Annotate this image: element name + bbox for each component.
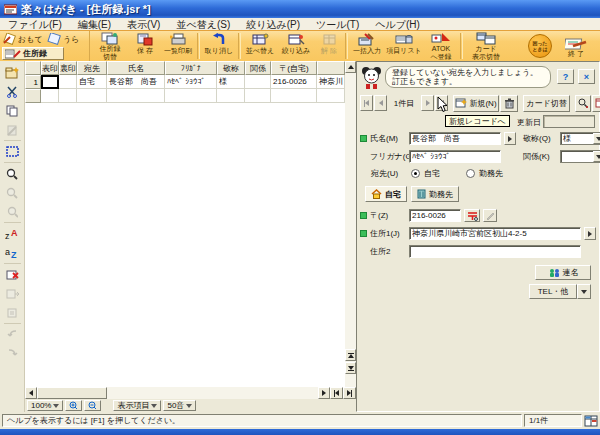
scroll-first-button[interactable] bbox=[330, 387, 343, 399]
name-list-button[interactable] bbox=[504, 132, 516, 145]
tel-etc-button[interactable]: TEL・他 bbox=[529, 284, 577, 299]
menu-edit[interactable]: 編集(E) bbox=[70, 18, 119, 31]
select-range-button[interactable] bbox=[2, 142, 23, 161]
scroll-page-up-button[interactable] bbox=[345, 349, 356, 361]
col-header-addressee[interactable]: 宛先 bbox=[77, 61, 107, 75]
toolbar-button-switch-book[interactable]: 住所録 切替 bbox=[90, 31, 130, 61]
title-bar[interactable]: 楽々はがき - [住所録.jsr *] bbox=[0, 0, 600, 18]
toolbar-button-card-view-switch[interactable]: カード 表示切替 bbox=[464, 31, 508, 61]
empty-row[interactable] bbox=[25, 89, 345, 103]
addr1-input[interactable] bbox=[409, 227, 581, 240]
scroll-left-button[interactable] bbox=[25, 387, 37, 399]
show-items-button[interactable]: 表示項目 bbox=[113, 400, 161, 411]
zoom-out-button[interactable] bbox=[84, 400, 101, 411]
svg-text:Z: Z bbox=[11, 250, 17, 259]
next-record-button[interactable] bbox=[421, 95, 434, 111]
vertical-scrollbar[interactable] bbox=[345, 61, 356, 387]
sort-ascending-button[interactable]: aZ bbox=[2, 243, 23, 262]
cut-button[interactable] bbox=[2, 82, 23, 101]
row-number[interactable]: 1 bbox=[25, 75, 41, 89]
cell-back-mark[interactable] bbox=[59, 75, 77, 89]
memo-button[interactable] bbox=[592, 95, 600, 112]
dropdown-arrow-icon[interactable] bbox=[593, 151, 600, 162]
gojuon-button[interactable]: 50音 bbox=[163, 400, 196, 411]
new-record-button[interactable] bbox=[2, 63, 23, 82]
scroll-up-button[interactable] bbox=[345, 61, 356, 73]
toolbar-button-filter[interactable]: 絞り込み bbox=[278, 31, 314, 61]
toolbar-button-print-list[interactable]: 一覧印刷 bbox=[160, 31, 196, 61]
cell-kana[interactable]: ﾊｾﾍﾞ ｼｮｳｺﾞ bbox=[165, 75, 217, 89]
kana-label: フリガナ(G) bbox=[370, 151, 406, 162]
home-radio-label[interactable]: 自宅 bbox=[424, 168, 440, 179]
menu-sort[interactable]: 並べ替え(S) bbox=[168, 18, 238, 31]
zip-search-button[interactable] bbox=[464, 209, 480, 222]
hscroll-thumb[interactable] bbox=[37, 387, 107, 399]
help-coin-button[interactable]: 困った ときは bbox=[528, 34, 552, 58]
cell-relation[interactable] bbox=[245, 75, 271, 89]
zip-input[interactable] bbox=[409, 209, 461, 222]
dropdown-arrow-icon[interactable] bbox=[593, 133, 600, 144]
cell-addressee[interactable]: 自宅 bbox=[77, 75, 107, 89]
col-header-back-mark[interactable]: 裏印 bbox=[59, 61, 77, 75]
menu-tools[interactable]: ツール(T) bbox=[308, 18, 367, 31]
cell-front-mark-selected[interactable] bbox=[41, 75, 59, 89]
toolbar-button-save[interactable]: 保 存 bbox=[130, 31, 160, 61]
col-header-zip[interactable]: 〒(自宅) bbox=[271, 61, 317, 75]
tab-back[interactable]: うら bbox=[47, 32, 87, 46]
cell-honorific[interactable]: 様 bbox=[217, 75, 245, 89]
name-input[interactable] bbox=[409, 132, 501, 145]
col-header-front-mark[interactable]: 表印 bbox=[41, 61, 59, 75]
delete-record-button-panel[interactable] bbox=[500, 95, 518, 112]
search-button[interactable] bbox=[2, 164, 23, 183]
prev-record-button[interactable] bbox=[374, 95, 387, 111]
scroll-page-down-button[interactable] bbox=[345, 362, 356, 374]
addr1-list-button[interactable] bbox=[584, 227, 596, 240]
horizontal-scrollbar[interactable] bbox=[25, 387, 356, 399]
col-header-honorific[interactable]: 敬称 bbox=[217, 61, 245, 75]
cell-zip[interactable]: 216-0026 bbox=[271, 75, 317, 89]
copy-button[interactable] bbox=[2, 101, 23, 120]
toolbar-button-atok-register[interactable]: ATOK へ登録 bbox=[423, 31, 459, 61]
home-radio[interactable] bbox=[411, 169, 420, 178]
delete-record-button[interactable] bbox=[2, 265, 23, 284]
menu-view[interactable]: 表示(V) bbox=[119, 18, 168, 31]
work-radio-label[interactable]: 勤務先 bbox=[479, 168, 503, 179]
tel-etc-dropdown-button[interactable] bbox=[577, 284, 591, 299]
home-tab[interactable]: 自宅 bbox=[365, 186, 407, 202]
tab-front[interactable]: おもて bbox=[2, 32, 45, 46]
new-record-button-panel[interactable]: 新規(N) bbox=[453, 95, 499, 112]
work-radio[interactable] bbox=[466, 169, 475, 178]
toolbar-button-exit[interactable]: 終 了 bbox=[558, 34, 594, 58]
col-header-kana[interactable]: ﾌﾘｶﾞﾅ bbox=[165, 61, 217, 75]
scroll-last-button[interactable] bbox=[343, 387, 356, 399]
cell-name[interactable]: 長谷部 尚吾 bbox=[107, 75, 165, 89]
kana-input[interactable] bbox=[409, 150, 501, 163]
col-header-relation[interactable]: 関係 bbox=[245, 61, 271, 75]
sort-descending-button[interactable]: zA bbox=[2, 224, 23, 243]
relation-combo[interactable] bbox=[560, 150, 600, 163]
menu-filter[interactable]: 絞り込み(P) bbox=[238, 18, 308, 31]
col-header-name[interactable]: 氏名 bbox=[107, 61, 165, 75]
zoom-level-button[interactable]: 100% bbox=[27, 400, 63, 411]
cell-address[interactable]: 神奈川 bbox=[317, 75, 345, 89]
toolbar-button-undo[interactable]: 取り消し bbox=[201, 31, 237, 61]
joint-name-button[interactable]: 連名 bbox=[535, 265, 591, 280]
zoom-in-button[interactable] bbox=[65, 400, 82, 411]
addr2-input[interactable] bbox=[409, 245, 581, 258]
tab-address-book[interactable]: 住所録 bbox=[2, 47, 64, 60]
menu-file[interactable]: ファイル(F) bbox=[0, 18, 70, 31]
panel-search-button[interactable] bbox=[575, 95, 591, 112]
toolbar-button-item-list[interactable]: 項目リスト bbox=[385, 31, 423, 61]
panel-help-button[interactable]: ? bbox=[557, 69, 574, 84]
panel-close-button[interactable]: × bbox=[578, 69, 595, 84]
work-tab[interactable]: 勤務先 bbox=[411, 186, 459, 202]
first-record-button[interactable] bbox=[360, 95, 373, 111]
table-row[interactable]: 1 自宅 長谷部 尚吾 ﾊｾﾍﾞ ｼｮｳｺﾞ 様 216-0026 神奈川 bbox=[25, 75, 345, 89]
toolbar-button-batch-input[interactable]: 一括入力 bbox=[349, 31, 385, 61]
honorific-combo[interactable]: 様 bbox=[560, 132, 600, 145]
col-header-address-clipped[interactable] bbox=[317, 61, 345, 75]
menu-help[interactable]: ヘルプ(H) bbox=[367, 18, 428, 31]
scroll-right-button[interactable] bbox=[318, 387, 330, 399]
card-switch-button[interactable]: カード切替 bbox=[523, 95, 570, 112]
toolbar-button-sort[interactable]: 並べ替え bbox=[242, 31, 278, 61]
